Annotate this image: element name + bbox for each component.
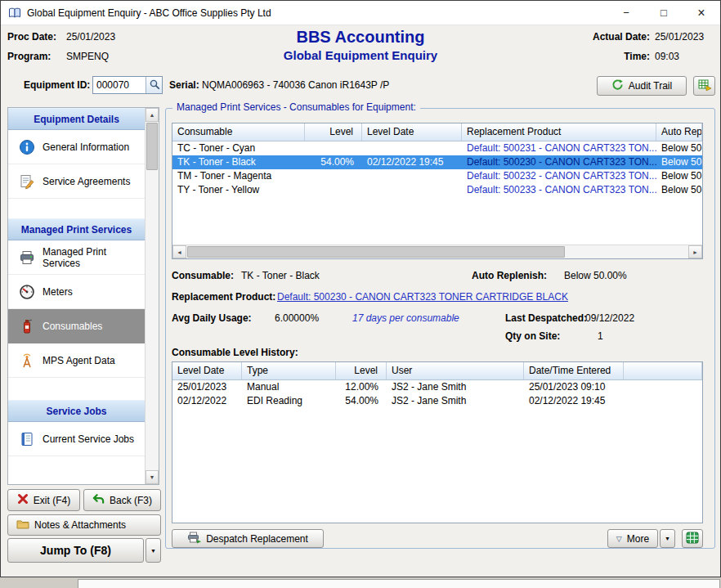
consumable-row[interactable]: TM - Toner - Magenta Default: 500232 - C… bbox=[172, 169, 702, 183]
exit-icon bbox=[17, 493, 29, 507]
sidebar-scrollbar[interactable]: ▲ ▼ bbox=[145, 108, 159, 484]
printer-icon bbox=[19, 249, 35, 266]
cell-replacement-link[interactable]: Default: 500231 - CANON CART323 TON... bbox=[462, 141, 656, 155]
exit-label: Exit (F4) bbox=[34, 495, 70, 506]
minimize-button[interactable]: − bbox=[607, 1, 645, 25]
more-label: More bbox=[627, 533, 649, 545]
cell-level-date bbox=[362, 183, 462, 197]
panel-title: Managed Print Services - Consumables for… bbox=[172, 101, 420, 113]
consumable-row-selected[interactable]: TK - Toner - Black 54.00% 02/12/2022 19:… bbox=[172, 155, 702, 169]
sidebar-item-service-agreements[interactable]: Service Agreements bbox=[8, 164, 145, 199]
col-header-replacement[interactable]: Replacement Product bbox=[462, 123, 656, 141]
cell-filler bbox=[624, 394, 702, 408]
exit-button[interactable]: Exit (F4) bbox=[7, 489, 80, 511]
cell-type: Manual bbox=[242, 380, 336, 394]
notes-label: Notes & Attachments bbox=[34, 519, 126, 531]
scroll-up-icon[interactable]: ▲ bbox=[146, 108, 159, 122]
cell-filler bbox=[624, 380, 702, 394]
folder-icon bbox=[16, 518, 29, 532]
proc-date-label: Proc Date: bbox=[7, 31, 66, 43]
last-despatched-label: Last Despatched: bbox=[505, 312, 587, 324]
more-button[interactable]: ▽ More bbox=[607, 529, 658, 548]
sidebar-item-general-information[interactable]: General Information bbox=[8, 130, 145, 164]
sidebar-spacer bbox=[8, 378, 145, 400]
close-button[interactable]: × bbox=[683, 1, 720, 25]
auto-replenish-value: Below 50.00% bbox=[564, 270, 627, 281]
consumable-row[interactable]: TY - Toner - Yellow Default: 500233 - CA… bbox=[172, 183, 702, 197]
cell-entered: 25/01/2023 09:10 bbox=[524, 380, 624, 394]
equipment-id-input[interactable] bbox=[93, 77, 146, 93]
avg-daily-usage-label: Avg Daily Usage: bbox=[172, 312, 252, 324]
maximize-button[interactable]: □ bbox=[645, 1, 683, 25]
serial-value: NQMA006963 - 740036 Canon iR1643P /P bbox=[202, 79, 389, 91]
cell-auto-rep: Below 50.00% bbox=[656, 169, 702, 183]
audit-trail-icon bbox=[611, 79, 624, 93]
jump-to-button[interactable]: Jump To (F8) bbox=[7, 538, 144, 563]
consumable-label: Consumable: bbox=[172, 270, 234, 281]
notes-attachments-button[interactable]: Notes & Attachments bbox=[7, 514, 161, 536]
cell-consumable: TK - Toner - Black bbox=[172, 155, 305, 169]
sidebar-item-meters[interactable]: Meters bbox=[8, 275, 145, 309]
sidebar-item-mps-agent-data[interactable]: MPS Agent Data bbox=[8, 343, 145, 378]
cell-user: JS2 - Jane Smith bbox=[387, 380, 524, 394]
info-icon bbox=[19, 139, 35, 155]
horizontal-scrollbar[interactable]: ◄ ► bbox=[172, 245, 702, 258]
scroll-down-icon[interactable]: ▼ bbox=[146, 470, 159, 484]
header-right: Actual Date: 25/01/2023 Time: 09:03 bbox=[586, 31, 714, 62]
equipment-id-label: Equipment ID: bbox=[24, 79, 90, 91]
cell-type: EDI Reading bbox=[242, 394, 336, 408]
history-row[interactable]: 02/12/2022 EDI Reading 54.00% JS2 - Jane… bbox=[172, 394, 702, 408]
replacement-product-link[interactable]: Default: 500230 - CANON CART323 TONER CA… bbox=[277, 291, 568, 303]
col-header-level-date[interactable]: Level Date bbox=[362, 123, 462, 141]
sidebar-item-managed-print-services[interactable]: Managed Print Services bbox=[8, 240, 145, 275]
col-header-auto-rep[interactable]: Auto Rep bbox=[656, 123, 702, 141]
scroll-right-icon[interactable]: ► bbox=[688, 245, 702, 258]
time-value: 09:03 bbox=[655, 51, 714, 62]
cell-consumable: TM - Toner - Magenta bbox=[172, 169, 305, 183]
scrollbar-thumb[interactable] bbox=[187, 246, 565, 258]
sidebar-item-consumables[interactable]: Consumables bbox=[8, 309, 145, 343]
jump-to-dropdown-button[interactable]: ▼ bbox=[146, 538, 161, 563]
export-button[interactable] bbox=[693, 76, 715, 96]
export-excel-button[interactable] bbox=[682, 529, 703, 548]
history-row[interactable]: 25/01/2023 Manual 12.00% JS2 - Jane Smit… bbox=[172, 380, 702, 394]
lookup-button[interactable] bbox=[146, 77, 162, 93]
history-table: Level Date Type Level User Date/Time Ent… bbox=[172, 361, 703, 523]
page-title: Global Equipment Enquiry bbox=[284, 48, 437, 62]
panel-footer: Despatch Replacement ▽ More ▼ bbox=[172, 529, 703, 549]
despatch-replacement-button[interactable]: Despatch Replacement bbox=[172, 529, 324, 548]
antenna-icon bbox=[19, 352, 35, 369]
col-header-consumable[interactable]: Consumable bbox=[172, 123, 305, 141]
col-header-datetime[interactable]: Date/Time Entered bbox=[524, 362, 624, 379]
back-button[interactable]: Back (F3) bbox=[83, 489, 161, 511]
avg-daily-usage-value: 6.00000% bbox=[275, 312, 319, 324]
cell-auto-rep: Below 50.00% bbox=[656, 141, 702, 155]
days-per-consumable-note: 17 days per consumable bbox=[352, 312, 459, 324]
cell-replacement-link[interactable]: Default: 500232 - CANON CART323 TON... bbox=[462, 169, 656, 183]
scroll-left-icon[interactable]: ◄ bbox=[172, 245, 186, 258]
last-despatched-value: 09/12/2022 bbox=[585, 312, 634, 324]
col-header-type[interactable]: Type bbox=[242, 362, 336, 379]
jump-label: Jump To (F8) bbox=[40, 544, 111, 557]
cell-auto-rep: Below 50.00% bbox=[656, 155, 702, 169]
ledger-icon bbox=[19, 431, 35, 447]
table-empty-area bbox=[172, 197, 702, 245]
scrollbar-thumb[interactable] bbox=[146, 123, 158, 170]
col-header-level[interactable]: Level bbox=[336, 362, 387, 379]
col-header-level[interactable]: Level bbox=[305, 123, 362, 141]
cell-replacement-link[interactable]: Default: 500230 - CANON CART323 TON... bbox=[462, 155, 656, 169]
audit-trail-button[interactable]: Audit Trail bbox=[597, 76, 687, 96]
col-header-user[interactable]: User bbox=[387, 362, 524, 379]
cell-level-date: 25/01/2023 bbox=[172, 380, 242, 394]
col-header-filler bbox=[624, 362, 702, 379]
cell-replacement-link[interactable]: Default: 500233 - CANON CART323 TON... bbox=[462, 183, 656, 197]
col-header-level-date[interactable]: Level Date bbox=[172, 362, 242, 379]
search-icon bbox=[149, 79, 160, 92]
sidebar-item-current-service-jobs[interactable]: Current Service Jobs bbox=[8, 422, 145, 456]
sidebar-spacer bbox=[8, 199, 145, 218]
spreadsheet-icon bbox=[686, 532, 699, 546]
history-table-header: Level Date Type Level User Date/Time Ent… bbox=[172, 362, 702, 380]
cell-level-date: 02/12/2022 bbox=[172, 394, 242, 408]
consumable-row[interactable]: TC - Toner - Cyan Default: 500231 - CANO… bbox=[172, 141, 702, 155]
more-dropdown-button[interactable]: ▼ bbox=[660, 529, 675, 548]
